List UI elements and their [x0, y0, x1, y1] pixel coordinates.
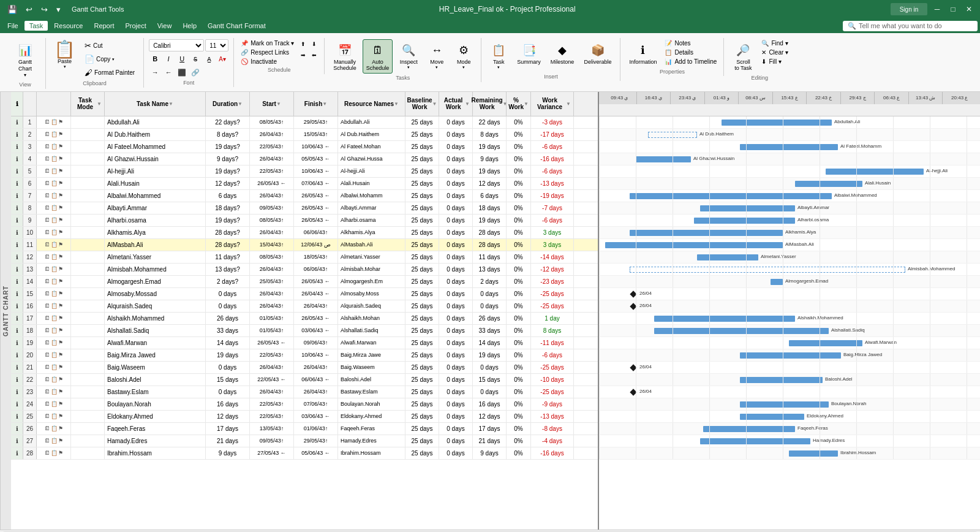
table-row[interactable]: ℹ 21 🗓 📋 ⚑ Baig.Waseem 0 days 26/04/43↑ …	[11, 362, 598, 374]
start-cell[interactable]: 27/05/43 ←	[250, 447, 294, 459]
gantt-bar[interactable]	[740, 377, 823, 383]
resource-cell[interactable]: Albalwi.Mohamm	[338, 190, 405, 202]
gantt-bar[interactable]	[636, 156, 691, 162]
align-left-button[interactable]: ⬛	[176, 66, 188, 78]
task-name-cell[interactable]: Boulayan.Norah	[105, 398, 206, 410]
start-cell[interactable]: 22/05/43↑	[250, 141, 294, 153]
task-name-cell[interactable]: Almetani.Yasser	[105, 251, 206, 263]
task-name-cell[interactable]: Alshaikh.Mohammed	[105, 313, 206, 324]
start-cell[interactable]: 26/04/43↑	[250, 362, 294, 373]
finish-cell[interactable]: 26/05/43 ←	[294, 190, 338, 202]
start-cell[interactable]: 26/04/43↑	[250, 288, 294, 300]
table-row[interactable]: ℹ 27 🗓 📋 ⚑ Hamady.Edres 21 days 09/05/43…	[11, 435, 598, 447]
task-name-cell[interactable]: Al Fateel.Mohammed	[105, 141, 206, 153]
resource-cell[interactable]: Almosaby.Moss	[338, 288, 405, 300]
table-row[interactable]: ℹ 4 🗓 📋 ⚑ Al Ghazwi.Hussain 9 days? 26/0…	[11, 153, 598, 165]
duration-cell[interactable]: 26 days	[206, 313, 250, 324]
redo-qat-button[interactable]: ↪	[39, 4, 50, 15]
gantt-bar[interactable]	[654, 316, 795, 322]
table-row[interactable]: ℹ 5 🗓 📋 ⚑ Al-hejji.Ali 19 days? 22/05/43…	[11, 165, 598, 178]
finish-cell[interactable]: 07/06/43 ←	[294, 178, 338, 189]
resource-col-header[interactable]: Resource Names ▼	[338, 92, 405, 116]
duration-cell[interactable]: 14 days	[206, 337, 250, 349]
table-row[interactable]: ℹ 12 🗓 📋 ⚑ Almetani.Yasser 11 days? 08/0…	[11, 251, 598, 264]
table-row[interactable]: ℹ 2 🗓 📋 ⚑ Al Dub.Haithem 8 days? 26/04/4…	[11, 129, 598, 141]
pctwork-col-header[interactable]: % Work ▼	[507, 92, 531, 116]
start-cell[interactable]: 26/04/43↑	[250, 300, 294, 312]
actual-col-header[interactable]: Actual Work ▼	[439, 92, 473, 116]
notes-button[interactable]: 📝 Notes	[663, 39, 718, 47]
resource-cell[interactable]: Alquraish.Sadeq	[338, 300, 405, 312]
duration-cell[interactable]: 0 days	[206, 288, 250, 300]
finish-cell[interactable]: 18/05/43↑	[294, 251, 338, 263]
task-name-cell[interactable]: Almogargesh.Emad	[105, 276, 206, 287]
table-row[interactable]: ℹ 14 🗓 📋 ⚑ Almogargesh.Emad 2 days? 25/0…	[11, 276, 598, 288]
table-row[interactable]: ℹ 22 🗓 📋 ⚑ Baloshi.Adel 15 days 22/05/43…	[11, 374, 598, 386]
finish-cell[interactable]: 05/05/43 ←	[294, 153, 338, 165]
mark-on-track-button[interactable]: 📌 Mark on Track ▾	[239, 39, 296, 47]
finish-cell[interactable]: 07/06/43↑	[294, 398, 338, 410]
task-name-cell[interactable]: Ibrahim.Hossam	[105, 447, 206, 459]
finish-cell[interactable]: 26/04/43 ←	[294, 288, 338, 300]
finish-cell[interactable]: 15/05/43↑	[294, 129, 338, 140]
variance-col-header[interactable]: Work Variance ▼	[531, 92, 574, 116]
start-cell[interactable]: 26/04/43↑	[250, 129, 294, 140]
respect-links-button[interactable]: 🔗 Respect Links	[239, 48, 296, 56]
finish-cell[interactable]: 26/05/43 ←	[294, 202, 338, 214]
start-cell[interactable]: 13/05/43↑	[250, 423, 294, 435]
finish-cell[interactable]: 03/06/43 ←	[294, 325, 338, 336]
gantt-bar[interactable]	[740, 401, 829, 408]
table-row[interactable]: ℹ 25 🗓 📋 ⚑ Eldokany.Ahmed 12 days 22/05/…	[11, 411, 598, 423]
highlight-button[interactable]: A̲	[203, 53, 215, 65]
table-row[interactable]: ℹ 7 🗓 📋 ⚑ Albalwi.Mohammed 6 days 26/04/…	[11, 190, 598, 202]
gantt-bar[interactable]	[700, 438, 810, 444]
underline-button[interactable]: U	[176, 53, 188, 65]
duration-cell[interactable]: 0 days	[206, 386, 250, 398]
table-row[interactable]: ℹ 11 🗓 📋 ⚑ AlMasbah.Ali 28 days? 15/04/4…	[11, 239, 598, 251]
start-cell[interactable]: 09/05/43↑	[250, 202, 294, 214]
table-row[interactable]: ℹ 8 🗓 📋 ⚑ Albayti.Ammar 18 days? 09/05/4…	[11, 202, 598, 215]
start-cell[interactable]: 22/05/43↑	[250, 349, 294, 361]
finish-cell[interactable]: 12/06/43 ص	[294, 239, 338, 251]
resource-cell[interactable]: Ibrahim.Hossam	[338, 447, 405, 459]
table-row[interactable]: ℹ 20 🗓 📋 ⚑ Baig.Mirza Jawed 19 days 22/0…	[11, 349, 598, 362]
duration-cell[interactable]: 19 days	[206, 349, 250, 361]
task-name-cell[interactable]: Alshallati.Sadiq	[105, 325, 206, 336]
menu-report[interactable]: Report	[89, 21, 119, 31]
indent-task-button[interactable]: ➡	[298, 50, 308, 60]
table-row[interactable]: ℹ 10 🗓 📋 ⚑ Alkhamis.Alya 28 days? 26/04/…	[11, 227, 598, 239]
start-cell[interactable]: 22/05/43↑	[250, 411, 294, 422]
taskmode-col-header[interactable]: Task Mode ▼	[71, 92, 105, 116]
finish-cell[interactable]: 05/06/43 ←	[294, 447, 338, 459]
clear-button[interactable]: ✕ Clear ▾	[760, 48, 790, 56]
start-cell[interactable]: 26/04/43↑	[250, 227, 294, 238]
sign-in-button[interactable]: Sign in	[891, 3, 927, 15]
inspect-button[interactable]: 🔍 Inspect ▾	[395, 39, 422, 72]
menu-view[interactable]: View	[153, 21, 177, 31]
resource-cell[interactable]: Baloshi.Adel	[338, 374, 405, 386]
task-name-cell[interactable]: Baig.Waseem	[105, 362, 206, 373]
table-row[interactable]: ℹ 13 🗓 📋 ⚑ Almisbah.Mohammed 13 days? 26…	[11, 264, 598, 276]
fill-button[interactable]: ⬇ Fill ▾	[760, 58, 790, 66]
gantt-bar[interactable]	[630, 230, 783, 236]
task-name-cell[interactable]: Alali.Husain	[105, 178, 206, 189]
resource-cell[interactable]: AlMasbah.Ali	[338, 239, 405, 251]
menu-task[interactable]: Task	[24, 21, 48, 31]
gantt-bar[interactable]	[605, 242, 783, 248]
finish-cell[interactable]: 10/06/43 ←	[294, 141, 338, 153]
resource-cell[interactable]: Alkhamis.Alya	[338, 227, 405, 238]
gantt-bar[interactable]	[654, 328, 829, 334]
finish-cell[interactable]: 29/05/43↑	[294, 116, 338, 128]
milestone-button[interactable]: ◆ Milestone	[547, 39, 578, 67]
resource-cell[interactable]: Bastawy.Eslam	[338, 386, 405, 398]
duration-cell[interactable]: 0 days	[206, 362, 250, 373]
resource-cell[interactable]: Alali.Husain	[338, 178, 405, 189]
resource-cell[interactable]: Almogargesh.Em	[338, 276, 405, 287]
task-name-cell[interactable]: Abdullah.Ali	[105, 116, 206, 128]
resource-cell[interactable]: Faqeeh.Feras	[338, 423, 405, 435]
inactivate-button[interactable]: 🚫 Inactivate	[239, 58, 296, 66]
outdent-button[interactable]: ←	[162, 66, 175, 78]
duration-cell[interactable]: 0 days	[206, 300, 250, 312]
start-col-header[interactable]: Start ▼	[250, 92, 294, 116]
resource-cell[interactable]: Alwafi.Marwan	[338, 337, 405, 349]
